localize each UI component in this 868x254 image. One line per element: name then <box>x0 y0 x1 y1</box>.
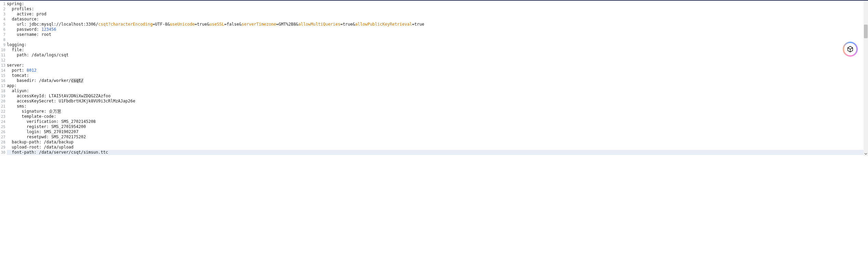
code-token: logging: <box>7 42 27 47</box>
code-line[interactable]: tomcat: <box>7 73 868 78</box>
code-token: aliyun: <box>12 88 29 93</box>
code-line[interactable]: aliyun: <box>7 88 868 94</box>
code-token: 123456 <box>41 27 56 32</box>
code-line[interactable]: signature: 企万慧 <box>7 109 868 114</box>
code-line[interactable]: template-code: <box>7 114 868 119</box>
code-editor: 1234567891011121314151617181920212223242… <box>0 0 868 156</box>
code-token: accessKeySecret: U1FbdbrtHJKjk8VU9i3cRlM… <box>17 99 135 103</box>
code-token: active: prod <box>17 12 46 16</box>
line-number: 20 <box>0 99 6 104</box>
code-token: serverTimezone <box>241 22 276 27</box>
line-number: 28 <box>0 140 6 145</box>
line-number: 14 <box>0 68 6 73</box>
code-line[interactable]: username: root <box>7 32 868 37</box>
line-number: 27 <box>0 135 6 140</box>
code-token: backup-path: /data/backup <box>12 140 74 144</box>
code-token: basedir: /data/worker/ <box>17 78 71 83</box>
code-line[interactable]: port: 8012 <box>7 68 868 73</box>
code-line[interactable]: sms: <box>7 104 868 109</box>
code-token: csqt/ <box>71 78 83 83</box>
code-token: sms: <box>17 104 27 109</box>
code-token: font-path: /data/server/csqt/simsun.ttc <box>12 150 108 155</box>
code-token: csqt?characterEncoding <box>98 22 152 27</box>
code-line[interactable]: server: <box>7 63 868 68</box>
scrollbar-thumb[interactable] <box>864 25 868 38</box>
line-number: 17 <box>0 83 6 88</box>
code-line[interactable]: file: <box>7 47 868 53</box>
code-token: url: jdbc:mysql://localhost:3306/ <box>17 22 98 27</box>
code-content[interactable]: spring: profiles: active: prod datasourc… <box>6 1 868 156</box>
line-number: 8 <box>0 37 6 42</box>
scrollbar-down-button[interactable] <box>864 152 868 156</box>
line-number: 24 <box>0 119 6 124</box>
code-line[interactable]: upload-root: /data/upload <box>7 145 868 150</box>
code-token: port: <box>12 68 26 73</box>
vertical-scrollbar[interactable] <box>864 1 868 156</box>
code-token: profiles: <box>12 6 34 11</box>
code-token: verification: SMS_2702145208 <box>27 119 96 124</box>
code-token: =true& <box>340 22 355 27</box>
line-number: 19 <box>0 94 6 99</box>
code-line[interactable]: path: /data/logs/csqt <box>7 53 868 58</box>
code-line[interactable]: password: 123456 <box>7 27 868 32</box>
code-token: username: root <box>17 32 51 37</box>
line-number: 10 <box>0 47 6 53</box>
code-token: register: SMS_2701954200 <box>27 124 86 129</box>
line-number: 4 <box>0 17 6 22</box>
code-token: resetpwd: SMS_2702175202 <box>27 135 86 139</box>
code-line[interactable] <box>7 58 868 63</box>
line-number: 22 <box>0 109 6 114</box>
code-line[interactable]: login: SMS_2701902207 <box>7 129 868 135</box>
line-number-gutter: 1234567891011121314151617181920212223242… <box>0 1 6 156</box>
code-line[interactable]: accessKeySecret: U1FbdbrtHJKjk8VU9i3cRlM… <box>7 99 868 104</box>
code-token: 8012 <box>27 68 37 73</box>
code-line[interactable]: register: SMS_2701954200 <box>7 124 868 129</box>
line-number: 7 <box>0 32 6 37</box>
code-line[interactable]: resetpwd: SMS_2702175202 <box>7 135 868 140</box>
code-token: =GMT%2B8& <box>276 22 298 27</box>
code-line[interactable]: font-path: /data/server/csqt/simsun.ttc <box>7 150 868 155</box>
code-token: file: <box>12 47 24 52</box>
code-line[interactable]: active: prod <box>7 12 868 17</box>
line-number: 26 <box>0 129 6 135</box>
code-line[interactable]: app: <box>7 83 868 88</box>
scrollbar-track[interactable] <box>864 1 868 151</box>
code-token: =UTF-8& <box>152 22 170 27</box>
code-area[interactable]: 1234567891011121314151617181920212223242… <box>0 1 868 156</box>
brand-logo-inner <box>844 43 856 55</box>
code-line[interactable]: basedir: /data/worker/csqt/ <box>7 78 868 83</box>
line-number: 12 <box>0 58 6 63</box>
code-line[interactable]: logging: <box>7 42 868 47</box>
code-line[interactable]: verification: SMS_2702145208 <box>7 119 868 124</box>
brand-logo[interactable] <box>843 42 858 57</box>
line-number: 3 <box>0 12 6 17</box>
code-token: allowMultiQueries <box>298 22 340 27</box>
code-token: app: <box>7 83 17 88</box>
code-token: allowPublicKeyRetrieval <box>355 22 412 27</box>
line-number: 1 <box>0 1 6 6</box>
code-token: datasource: <box>12 17 39 22</box>
line-number: 21 <box>0 104 6 109</box>
line-number: 15 <box>0 73 6 78</box>
code-token: spring: <box>7 1 24 6</box>
code-token: =true <box>412 22 424 27</box>
line-number: 11 <box>0 53 6 58</box>
code-token: upload-root: /data/upload <box>12 145 74 150</box>
code-line[interactable]: accessKeyId: LTAI5tAVJDNiXwZDQG2ZAzfoo <box>7 94 868 99</box>
code-token: =false& <box>224 22 242 27</box>
code-token: =true& <box>195 22 209 27</box>
code-line[interactable]: spring: <box>7 1 868 6</box>
code-token: useUnicode <box>170 22 195 27</box>
line-number: 6 <box>0 27 6 32</box>
line-number: 25 <box>0 124 6 129</box>
code-line[interactable]: profiles: <box>7 6 868 12</box>
code-line[interactable]: datasource: <box>7 17 868 22</box>
code-token: signature: 企万慧 <box>22 109 61 114</box>
code-line[interactable]: backup-path: /data/backup <box>7 140 868 145</box>
code-token: path: /data/logs/csqt <box>17 53 69 57</box>
cube-icon <box>846 45 854 53</box>
line-number: 16 <box>0 78 6 83</box>
code-line[interactable] <box>7 37 868 42</box>
code-line[interactable]: url: jdbc:mysql://localhost:3306/csqt?ch… <box>7 22 868 27</box>
line-number: 9 <box>0 42 6 47</box>
